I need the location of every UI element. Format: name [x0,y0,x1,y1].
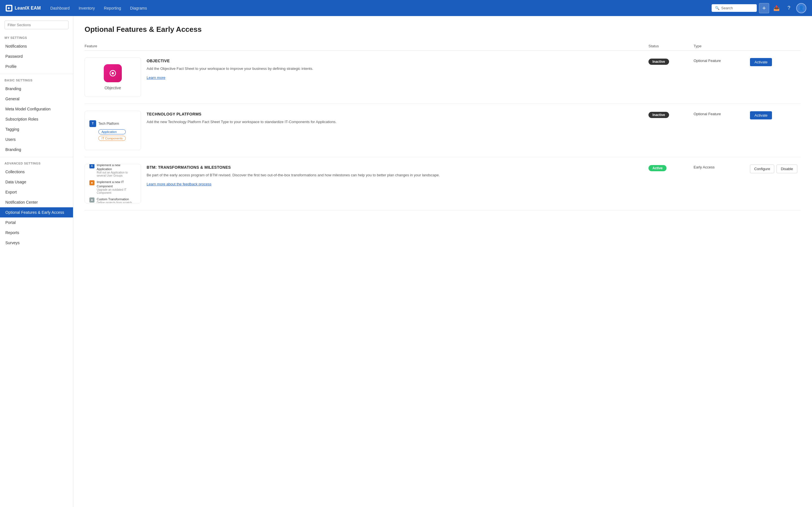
divider-2 [0,157,73,157]
search-box[interactable]: 🔍 Search [712,4,757,12]
objective-badge: Inactive [649,59,669,65]
sidebar-item-reports[interactable]: Reports [0,228,73,238]
btm-title-3: Custom Transformation [97,197,132,201]
btm-badge: Active [649,165,666,171]
main-nav: Dashboard Inventory Reporting Diagrams [46,4,706,13]
sidebar-item-tagging[interactable]: Tagging [0,124,73,134]
tech-name: TECHNOLOGY PLATFORMS [147,112,649,116]
sidebar-item-password[interactable]: Password [0,51,73,61]
header: LeanIX EAM Dashboard Inventory Reporting… [0,0,812,16]
feature-info-objective: OBJECTIVE Add the Objective Fact Sheet t… [147,57,649,80]
tech-img-content: T Tech Platform Application IT Component… [85,116,141,145]
objective-name: OBJECTIVE [147,59,649,63]
page-layout: MY SETTINGS Notifications Password Profi… [0,16,812,507]
btm-actions: Configure Disable [750,164,801,173]
add-button[interactable]: + [759,3,769,13]
col-actions [750,44,801,48]
filter-input[interactable] [4,20,68,29]
feature-main-tech: T Tech Platform Application IT Component… [85,111,649,150]
btm-text-3: Custom Transformation Define projects fr… [97,197,132,203]
sidebar-item-subscription-roles[interactable]: Subscription Roles [0,114,73,124]
btm-text-1: Implement a new Application Roll out an … [97,164,136,177]
btm-configure-button[interactable]: Configure [750,165,774,173]
btm-status: Active [649,164,694,171]
objective-desc: Add the Objective Fact Sheet to your wor… [147,66,649,72]
tech-activate-button[interactable]: Activate [750,111,772,119]
objective-type: Optional Feature [694,57,750,63]
notifications-button[interactable]: 📥 [771,3,781,13]
inbox-icon: 📥 [773,5,779,11]
my-settings-title: MY SETTINGS [0,34,73,41]
tech-status: Inactive [649,111,694,118]
tech-badge: Inactive [649,112,669,118]
btm-icon-1: A [89,164,94,168]
advanced-settings-title: ADVANCED SETTINGS [0,159,73,167]
btm-sub-2: Upgrade an outdated IT Component [97,188,136,194]
col-feature: Feature [85,44,649,48]
help-icon: ? [788,5,790,11]
sidebar-item-collections[interactable]: Collections [0,167,73,177]
btm-link[interactable]: Learn more about the feedback process [147,182,211,186]
feature-main-objective: Objective OBJECTIVE Add the Objective Fa… [85,57,649,97]
user-avatar[interactable]: 👤 [796,3,806,13]
tech-platform-name: Tech Platform [98,122,119,126]
sidebar-item-optional-features[interactable]: Optional Features & Early Access [0,207,73,217]
btm-icon-3: ■ [89,198,94,203]
objective-activate-button[interactable]: Activate [750,58,772,66]
btm-sub-1: Roll out an Application to several User … [97,171,136,177]
objective-img-content: Objective [104,64,122,90]
objective-link[interactable]: Learn more [147,75,165,80]
feature-image-objective: Objective [85,57,141,97]
btm-name: BTM: TRANSFORMATIONS & MILESTONES [147,165,649,170]
feature-main-btm: A Implement a new Application Roll out a… [85,164,649,203]
sidebar-item-branding2[interactable]: Branding [0,145,73,155]
help-button[interactable]: ? [784,3,794,13]
btm-desc: Be part of the early access program of B… [147,172,649,178]
sidebar-item-portal[interactable]: Portal [0,217,73,228]
objective-label: Objective [105,86,121,90]
btm-disable-button[interactable]: Disable [776,165,797,173]
feature-row-btm: A Implement a new Application Roll out a… [85,157,801,210]
app-name: LeanIX EAM [15,6,41,11]
basic-settings-title: BASIC SETTINGS [0,76,73,83]
nav-diagrams[interactable]: Diagrams [126,4,151,13]
sidebar-item-surveys[interactable]: Surveys [0,238,73,248]
tech-pill-it-components: IT Components [98,136,126,141]
sidebar-item-notification-center[interactable]: Notification Center [0,197,73,207]
header-right: 🔍 Search + 📥 ? 👤 [712,3,806,13]
tech-pills: Application IT Components [98,129,126,141]
sidebar-item-branding[interactable]: Branding [0,83,73,94]
sidebar-item-notifications[interactable]: Notifications [0,41,73,51]
tech-desc: Add the new Technology Platform Fact She… [147,119,649,125]
sidebar: MY SETTINGS Notifications Password Profi… [0,16,73,507]
tech-type: Optional Feature [694,111,750,116]
sidebar-item-data-usage[interactable]: Data Usage [0,177,73,187]
feature-info-btm: BTM: TRANSFORMATIONS & MILESTONES Be par… [147,164,649,186]
btm-text-2: Implement a new IT Component Upgrade an … [97,180,136,194]
sidebar-item-export[interactable]: Export [0,187,73,197]
nav-reporting[interactable]: Reporting [100,4,125,13]
btm-title-1: Implement a new Application [97,164,136,171]
divider-1 [0,74,73,74]
objective-icon [104,64,122,82]
sidebar-item-profile[interactable]: Profile [0,61,73,71]
btm-sub-3: Define projects from scratch [97,201,132,203]
search-label: Search [721,6,733,10]
btm-row-3: ■ Custom Transformation Define projects … [89,197,136,203]
feature-image-btm: A Implement a new Application Roll out a… [85,164,141,203]
btm-row-1: A Implement a new Application Roll out a… [89,164,136,177]
col-status: Status [649,44,694,48]
tech-item-1: T Tech Platform [89,120,119,127]
sidebar-item-general[interactable]: General [0,94,73,104]
col-type: Type [694,44,750,48]
sidebar-item-meta-model[interactable]: Meta Model Configuration [0,104,73,114]
sidebar-item-users[interactable]: Users [0,134,73,145]
logo: LeanIX EAM [6,5,41,11]
feature-info-tech: TECHNOLOGY PLATFORMS Add the new Technol… [147,111,649,128]
nav-dashboard[interactable]: Dashboard [46,4,73,13]
nav-inventory[interactable]: Inventory [75,4,99,13]
tech-platform-icon: T [89,120,96,127]
logo-icon [6,5,12,11]
feature-image-tech: T Tech Platform Application IT Component… [85,111,141,150]
table-header: Feature Status Type [85,42,801,51]
